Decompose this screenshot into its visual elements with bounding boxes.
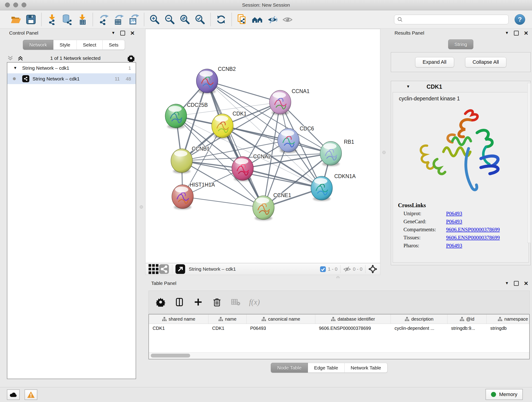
crosslink-link[interactable]: P06493 [446,243,462,249]
network-node-CDKN1A[interactable] [311,176,332,201]
cloud-status-button[interactable] [7,389,20,400]
import-network-database-button[interactable] [60,12,75,27]
table-panel-close-icon[interactable]: ✕ [524,281,528,285]
apply-layout-button[interactable] [214,12,229,27]
window-close-button[interactable] [5,2,10,7]
network-node-CDC25B[interactable] [165,104,187,129]
column-header-namespace[interactable]: namespace [487,314,530,324]
memory-button[interactable]: Memory [486,389,523,400]
column-header-canonical-name[interactable]: canonical name [247,314,315,324]
window-zoom-button[interactable] [22,2,26,7]
crosslink-row: Uniprot:P06493 [404,211,529,217]
scrollbar-thumb[interactable] [151,354,190,357]
crosslink-link[interactable]: P06493 [446,211,462,217]
network-graph[interactable]: CCNB2CCNA1CDC25BCDK1CDC6RB1CCNB1CCNA2CDK… [146,29,380,263]
status-bar: Memory [0,387,532,402]
left-splitter-handle[interactable] [140,205,143,209]
toolbar-separator [93,13,93,26]
node-label-RB1: RB1 [344,139,354,145]
tab-network-table[interactable]: Network Table [345,363,388,373]
import-table-file-button[interactable] [75,12,90,27]
table-row[interactable]: CDK1CDK1P064939606.ENSP00000378699cyclin… [149,324,529,333]
network-node-CCNA1[interactable] [269,90,291,115]
export-image-button[interactable] [126,12,141,27]
network-node-CCNE1[interactable] [253,196,274,220]
table-horizontal-scrollbar[interactable] [149,352,529,359]
network-canvas[interactable]: CCNB2CCNA1CDC25BCDK1CDC6RB1CCNB1CCNA2CDK… [145,29,380,263]
toolbar-separator [231,13,232,26]
results-panel-collapse-icon[interactable]: ▼ [505,31,509,35]
tab-string[interactable]: String [448,39,474,49]
pan-crosshair-icon[interactable] [368,264,377,274]
export-network-button[interactable] [96,12,111,27]
open-session-button[interactable] [8,12,23,27]
table-cell: 9606.ENSP00000378699 [315,324,391,333]
control-panel-collapse-icon[interactable]: ▼ [111,31,115,35]
show-all-button[interactable] [280,12,295,27]
crosslink-link[interactable]: 9606.ENSP00000378699 [446,227,500,233]
detach-view-button[interactable] [175,264,186,274]
tab-select[interactable]: Select [77,40,103,50]
toolbar-separator [210,13,211,26]
network-row[interactable]: String Network – cdk1 11 48 [7,73,136,84]
function-builder-button: f(x) [249,298,260,306]
first-neighbors-button[interactable] [250,12,265,27]
zoom-in-button[interactable] [147,12,162,27]
node-label-CCNA2: CCNA2 [253,153,271,160]
network-node-CDK1[interactable] [212,114,233,139]
table-panel-collapse-icon[interactable]: ▼ [505,281,509,286]
column-header-description[interactable]: description [391,314,447,324]
help-button[interactable]: ? [515,14,525,25]
network-node-CCNB1[interactable] [171,149,192,173]
column-header-@id[interactable]: @id [447,314,487,324]
network-node-CDC6[interactable] [278,128,299,153]
hide-selected-button[interactable] [265,12,280,27]
tab-network[interactable]: Network [23,40,53,50]
crosslink-label: Tissues: [404,235,446,241]
delete-column-button[interactable] [211,297,222,307]
zoom-selected-button[interactable] [192,12,208,27]
column-header-database-identifier[interactable]: database identifier [315,314,391,324]
create-column-button[interactable] [193,297,204,307]
tab-edge-table[interactable]: Edge Table [308,363,345,373]
zoom-out-button[interactable] [162,12,177,27]
network-options-gear-icon[interactable] [127,55,135,62]
grid-mode-button[interactable] [148,264,159,274]
network-collection-row[interactable]: ▼ String Network – cdk1 1 [7,63,136,73]
save-session-button[interactable] [23,12,38,27]
results-scrollbar[interactable] [527,83,531,243]
collapse-all-icon[interactable] [7,55,13,61]
collapse-all-button[interactable]: Collapse All [465,57,507,67]
table-panel-float-icon[interactable] [514,281,519,286]
column-header-shared-name[interactable]: shared name [149,314,209,324]
control-panel-float-icon[interactable] [120,31,125,36]
entry-collapse-icon[interactable]: ▼ [406,84,410,89]
show-columns-button[interactable] [174,297,185,307]
expand-all-icon[interactable] [17,55,23,61]
network-node-RB1[interactable] [320,141,342,166]
collection-expand-icon[interactable]: ▼ [13,66,17,70]
window-minimize-button[interactable] [13,2,18,7]
expand-all-button[interactable]: Expand All [415,57,454,67]
search-input[interactable] [394,15,509,24]
results-panel-float-icon[interactable] [514,31,519,36]
tab-sets[interactable]: Sets [103,40,125,50]
crosslink-link[interactable]: 9606.ENSP00000378699 [446,235,500,241]
right-splitter-handle[interactable] [382,151,386,154]
selected-checkbox-icon[interactable] [320,266,326,272]
crosslink-row: Pharos:P06493 [404,243,529,249]
tab-node-table[interactable]: Node Table [271,363,308,373]
tab-style[interactable]: Style [53,40,77,50]
column-header-name[interactable]: name [209,314,247,324]
table-options-button[interactable] [155,297,166,307]
import-network-file-button[interactable] [44,12,60,27]
crosslink-link[interactable]: P06493 [446,219,462,225]
warnings-button[interactable] [25,389,37,400]
network-node-HIST1H1A[interactable] [172,185,193,210]
control-panel-close-icon[interactable]: ✕ [130,31,135,35]
duplicate-network-button[interactable] [234,12,250,27]
zoom-fit-button[interactable] [177,12,192,27]
export-table-button[interactable] [111,12,126,27]
network-overview-button[interactable] [159,264,169,274]
results-panel-close-icon[interactable]: ✕ [524,31,528,35]
